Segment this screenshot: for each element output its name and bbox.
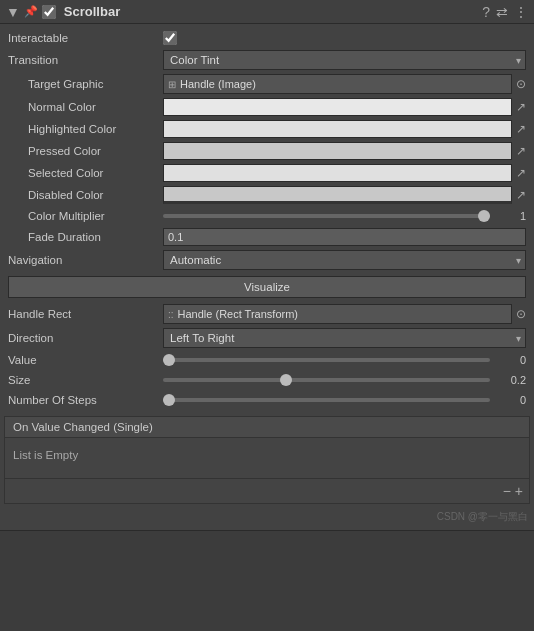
component-title: Scrollbar	[64, 4, 478, 19]
pressed-color-row: Pressed Color ↗	[0, 140, 534, 162]
target-graphic-row: Target Graphic ⊞ Handle (Image) ⊙	[0, 72, 534, 96]
direction-dropdown[interactable]: Left To Right	[163, 328, 526, 348]
event-header: On Value Changed (Single)	[5, 417, 529, 438]
num-steps-label: Number Of Steps	[8, 394, 163, 406]
normal-color-input[interactable]	[163, 98, 512, 116]
transition-dropdown-wrap: Color Tint	[163, 50, 526, 70]
selected-color-label: Selected Color	[8, 167, 163, 179]
disabled-color-value: ↗	[163, 186, 526, 204]
pressed-color-pick-icon[interactable]: ↗	[516, 144, 526, 158]
selected-color-input[interactable]	[163, 164, 512, 182]
header: ▼ 📌 Scrollbar ? ⇄ ⋮	[0, 0, 534, 24]
highlighted-color-input[interactable]	[163, 120, 512, 138]
target-graphic-icon: ⊞	[168, 79, 176, 90]
highlighted-color-value: ↗	[163, 120, 526, 138]
color-multiplier-row: Color Multiplier 1	[0, 206, 534, 226]
selected-color-value: ↗	[163, 164, 526, 182]
fade-duration-value: 0.1	[163, 228, 526, 246]
handle-rect-field[interactable]: :: Handle (Rect Transform)	[163, 304, 512, 324]
event-body: List is Empty	[5, 438, 529, 478]
color-multiplier-num: 1	[496, 210, 526, 222]
header-left-icons: ▼ 📌	[6, 5, 56, 19]
disabled-color-row: Disabled Color ↗	[0, 184, 534, 206]
settings-icon[interactable]: ⇄	[496, 5, 508, 19]
direction-value: Left To Right	[163, 328, 526, 348]
direction-label: Direction	[8, 332, 163, 344]
num-steps-num: 0	[496, 394, 526, 406]
value-value: 0	[163, 354, 526, 366]
fade-duration-row: Fade Duration 0.1	[0, 226, 534, 248]
value-slider[interactable]	[163, 358, 490, 362]
color-multiplier-value: 1	[163, 210, 526, 222]
color-multiplier-slider[interactable]	[163, 214, 490, 218]
size-value: 0.2	[163, 374, 526, 386]
collapse-icon[interactable]: ▼	[6, 5, 20, 19]
navigation-dropdown[interactable]: Automatic	[163, 250, 526, 270]
normal-color-pick-icon[interactable]: ↗	[516, 100, 526, 114]
normal-color-label: Normal Color	[8, 101, 163, 113]
header-right-icons: ? ⇄ ⋮	[482, 5, 528, 19]
navigation-row: Navigation Automatic	[0, 248, 534, 272]
direction-dropdown-wrap: Left To Right	[163, 328, 526, 348]
value-num: 0	[496, 354, 526, 366]
event-minus-btn[interactable]: −	[503, 483, 511, 499]
transition-label: Transition	[8, 54, 163, 66]
event-plus-btn[interactable]: +	[515, 483, 523, 499]
visualize-button[interactable]: Visualize	[8, 276, 526, 298]
normal-color-row: Normal Color ↗	[0, 96, 534, 118]
fade-duration-label: Fade Duration	[8, 231, 163, 243]
num-steps-slider[interactable]	[163, 398, 490, 402]
interactable-label: Interactable	[8, 32, 163, 44]
handle-rect-icon: ::	[168, 309, 174, 320]
size-num: 0.2	[496, 374, 526, 386]
transition-dropdown[interactable]: Color Tint	[163, 50, 526, 70]
handle-rect-row: Handle Rect :: Handle (Rect Transform) ⊙	[0, 302, 534, 326]
handle-rect-dot-btn[interactable]: ⊙	[516, 307, 526, 321]
navigation-dropdown-wrap: Automatic	[163, 250, 526, 270]
disabled-color-input[interactable]	[163, 186, 512, 204]
highlighted-color-pick-icon[interactable]: ↗	[516, 122, 526, 136]
interactable-row: Interactable	[0, 28, 534, 48]
disabled-color-pick-icon[interactable]: ↗	[516, 188, 526, 202]
value-row: Value 0	[0, 350, 534, 370]
direction-row: Direction Left To Right	[0, 326, 534, 350]
navigation-label: Navigation	[8, 254, 163, 266]
pin-icon[interactable]: 📌	[24, 6, 38, 17]
event-section: On Value Changed (Single) List is Empty …	[4, 416, 530, 504]
empty-list-label: List is Empty	[13, 449, 78, 461]
selected-color-row: Selected Color ↗	[0, 162, 534, 184]
event-footer: − +	[5, 478, 529, 503]
component-enabled-checkbox[interactable]	[42, 5, 56, 19]
transition-row: Transition Color Tint	[0, 48, 534, 72]
transition-value: Color Tint	[163, 50, 526, 70]
navigation-value: Automatic	[163, 250, 526, 270]
size-row: Size 0.2	[0, 370, 534, 390]
handle-rect-text: Handle (Rect Transform)	[178, 308, 507, 320]
value-label: Value	[8, 354, 163, 366]
target-graphic-text: Handle (Image)	[180, 78, 507, 90]
size-slider[interactable]	[163, 378, 490, 382]
target-graphic-value: ⊞ Handle (Image) ⊙	[163, 74, 526, 94]
highlighted-color-row: Highlighted Color ↗	[0, 118, 534, 140]
interactable-checkbox[interactable]	[163, 31, 177, 45]
fade-duration-input[interactable]: 0.1	[163, 228, 526, 246]
size-label: Size	[8, 374, 163, 386]
pressed-color-value: ↗	[163, 142, 526, 160]
num-steps-value: 0	[163, 394, 526, 406]
help-icon[interactable]: ?	[482, 5, 490, 19]
num-steps-row: Number Of Steps 0	[0, 390, 534, 410]
disabled-color-label: Disabled Color	[8, 189, 163, 201]
more-icon[interactable]: ⋮	[514, 5, 528, 19]
pressed-color-input[interactable]	[163, 142, 512, 160]
selected-color-pick-icon[interactable]: ↗	[516, 166, 526, 180]
normal-color-value: ↗	[163, 98, 526, 116]
handle-rect-label: Handle Rect	[8, 308, 163, 320]
interactable-value	[163, 31, 526, 45]
watermark: CSDN @零一与黑白	[0, 508, 534, 526]
component-panel: Interactable Transition Color Tint Targe…	[0, 24, 534, 531]
handle-rect-value: :: Handle (Rect Transform) ⊙	[163, 304, 526, 324]
target-graphic-field[interactable]: ⊞ Handle (Image)	[163, 74, 512, 94]
color-multiplier-label: Color Multiplier	[8, 210, 163, 222]
target-graphic-label: Target Graphic	[8, 78, 163, 90]
target-graphic-dot-btn[interactable]: ⊙	[516, 77, 526, 91]
